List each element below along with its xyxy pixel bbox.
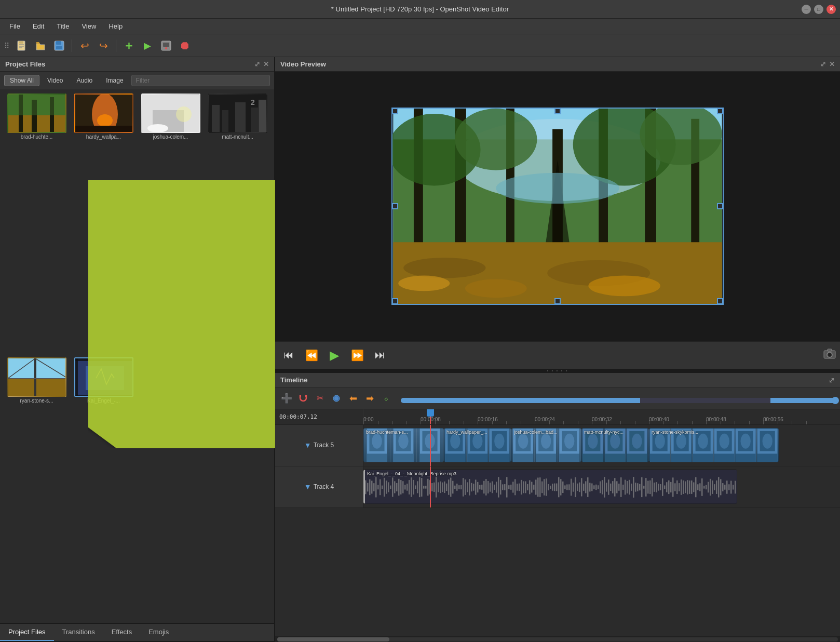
filter-image[interactable]: Image — [100, 75, 129, 86]
panel-resize[interactable]: • • • • • — [275, 369, 840, 373]
add-button[interactable]: ＋ — [120, 37, 137, 54]
filter-input[interactable] — [131, 75, 270, 86]
close-preview-icon[interactable]: ✕ — [829, 60, 835, 68]
handle-mid-bottom[interactable] — [554, 298, 561, 304]
h-scroll-thumb[interactable] — [277, 637, 389, 641]
tab-effects[interactable]: Effects — [103, 624, 141, 641]
svg-rect-321 — [726, 480, 728, 493]
track-4-label: Track 4 — [314, 483, 334, 490]
maximize-button[interactable]: □ — [814, 5, 823, 14]
clip-label-2: joshua-colem...bad... — [514, 430, 558, 435]
handle-bottom-right[interactable] — [717, 298, 723, 304]
tab-emojis[interactable]: Emojis — [140, 624, 177, 641]
audio-clip-0[interactable]: Kai_Engel_-_04_-_Moonlight_Reprise.mp3 — [363, 470, 737, 504]
playhead-marker[interactable] — [427, 409, 434, 417]
timeline-scroll-thumb-blue[interactable] — [401, 398, 640, 403]
svg-rect-284 — [649, 480, 651, 493]
filter-video[interactable]: Video — [42, 75, 69, 86]
expand-icon[interactable]: ⤢ — [254, 60, 260, 68]
ruler-subtick-7-2 — [792, 421, 792, 424]
tab-project-files[interactable]: Project Files — [0, 624, 54, 641]
timeline-scroll-thumb-blue2 — [770, 398, 836, 403]
rewind-button[interactable]: ⏪ — [302, 346, 321, 365]
svg-rect-239 — [556, 483, 558, 491]
ruler-tick-2 — [478, 418, 478, 424]
file-thumb-f2[interactable]: hardy_wallpa... — [71, 93, 136, 355]
filter-audio[interactable]: Audio — [71, 75, 99, 86]
handle-mid-left[interactable] — [392, 203, 398, 209]
svg-point-92 — [472, 433, 482, 448]
svg-text:2: 2 — [251, 98, 255, 106]
track-5-arrow[interactable]: ▼ — [304, 441, 311, 449]
file-thumb-f6[interactable]: Kai_Engel_-... — [71, 357, 136, 619]
next-button[interactable]: ➡ — [362, 391, 377, 406]
play-button[interactable]: ▶ — [325, 346, 344, 365]
record-button[interactable]: ⏺ — [177, 37, 193, 54]
redo-button[interactable]: ↪ — [95, 37, 112, 54]
svg-rect-71 — [305, 395, 307, 397]
timeline-scroll-marker[interactable] — [832, 397, 839, 404]
track-4-arrow[interactable]: ▼ — [304, 483, 311, 491]
prev-button[interactable]: ⬅ — [346, 391, 360, 406]
open-project-button[interactable] — [32, 37, 49, 54]
expand-preview-icon[interactable]: ⤢ — [820, 60, 826, 68]
tab-transitions[interactable]: Transitions — [54, 624, 103, 641]
handle-top-right[interactable] — [717, 108, 723, 114]
close-button[interactable]: ✕ — [827, 5, 836, 14]
preview-button[interactable]: ▶ — [139, 37, 156, 54]
fast-forward-button[interactable]: ⏩ — [348, 346, 367, 365]
go-to-end-button[interactable]: ⏭ — [371, 346, 389, 365]
svg-rect-232 — [541, 481, 543, 492]
handle-top-left[interactable] — [392, 108, 398, 114]
timeline-expand-icon[interactable]: ⤢ — [829, 376, 835, 384]
svg-point-84 — [425, 433, 435, 448]
svg-rect-266 — [612, 481, 614, 493]
video-clip-2[interactable]: joshua-colem...bad... — [511, 428, 581, 462]
menu-view[interactable]: View — [76, 20, 101, 32]
video-clip-4[interactable]: ryan-stone-skykomis... — [649, 428, 779, 462]
new-project-button[interactable] — [13, 37, 30, 54]
handle-bottom-left[interactable] — [392, 298, 398, 304]
rewind-start-button[interactable]: ⏮ — [279, 346, 298, 365]
menu-title[interactable]: Title — [51, 20, 74, 32]
svg-rect-317 — [718, 477, 720, 497]
video-clip-0[interactable]: brad-huchteman-s... — [363, 428, 444, 462]
ruler-subtick-6-1 — [721, 421, 721, 424]
toolbar-sep2 — [116, 39, 116, 52]
timeline-ruler-row: 00:00:07,12 0:0000:00:0800:00:1600:00:24… — [275, 409, 840, 425]
save-project-button[interactable] — [51, 37, 67, 54]
svg-rect-237 — [552, 484, 553, 490]
file-thumb-f5[interactable]: ryan-stone-s... — [4, 357, 69, 619]
insert-button[interactable] — [329, 391, 344, 406]
undo-button[interactable]: ↩ — [76, 37, 93, 54]
video-clip-1[interactable]: hardy_wallpaper_... — [444, 428, 511, 462]
menu-edit[interactable]: Edit — [28, 20, 49, 32]
file-thumb-f4[interactable]: 2 matt-mcnult... — [205, 93, 270, 355]
svg-rect-309 — [701, 478, 703, 496]
filter-show-all[interactable]: Show All — [4, 75, 39, 86]
svg-rect-169 — [411, 477, 412, 497]
handle-mid-right[interactable] — [717, 203, 723, 209]
file-thumb-f1[interactable]: brad-huchte... — [4, 93, 69, 355]
cut-button[interactable]: ✂ — [313, 391, 327, 406]
minimize-button[interactable]: ─ — [802, 5, 811, 14]
svg-rect-308 — [699, 483, 701, 491]
magnet-button[interactable] — [296, 391, 310, 406]
svg-point-23 — [176, 106, 192, 122]
handle-mid-top[interactable] — [554, 108, 561, 114]
menu-file[interactable]: File — [4, 20, 25, 32]
menu-help[interactable]: Help — [103, 20, 128, 32]
close-panel-icon[interactable]: ✕ — [263, 60, 269, 68]
video-clip-3[interactable]: matt-mcnulty-nyc... — [581, 428, 649, 462]
svg-point-128 — [676, 433, 686, 448]
svg-point-108 — [564, 433, 574, 448]
center-button[interactable]: ⬦ — [379, 391, 394, 406]
add-track-button[interactable]: ➕ — [279, 391, 294, 406]
export-button[interactable] — [158, 37, 174, 54]
playhead-line[interactable] — [430, 409, 431, 424]
svg-rect-186 — [446, 483, 448, 490]
screenshot-button[interactable] — [823, 349, 836, 362]
svg-rect-9 — [163, 43, 169, 47]
svg-rect-277 — [635, 483, 636, 491]
file-thumb-f3[interactable]: joshua-colem... — [138, 93, 203, 355]
